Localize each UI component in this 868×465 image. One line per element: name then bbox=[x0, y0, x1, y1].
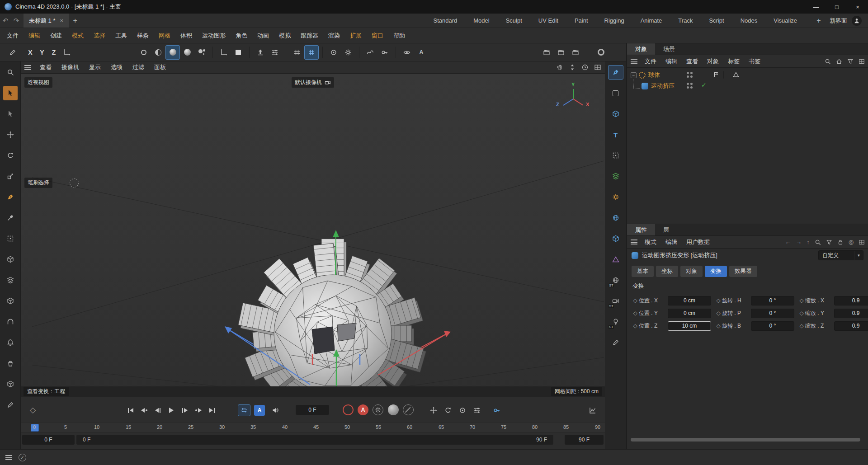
interactive-render-icon[interactable] bbox=[594, 45, 608, 60]
ring-tool-icon[interactable] bbox=[137, 45, 151, 60]
record-sphere-button[interactable] bbox=[388, 404, 399, 415]
vp-menu-panel[interactable]: 面板 bbox=[150, 63, 170, 71]
menu-character[interactable]: 角色 bbox=[231, 32, 252, 40]
keyframe-diamond-icon[interactable]: ◇ bbox=[632, 323, 639, 329]
prev-frame-button[interactable] bbox=[151, 404, 165, 416]
record-scale-button[interactable] bbox=[456, 404, 469, 416]
snap-settings-icon[interactable] bbox=[341, 45, 355, 60]
om-menu-icon[interactable] bbox=[631, 59, 637, 64]
am-menu-userdata[interactable]: 用户数据 bbox=[683, 238, 713, 246]
keyframe-interpolation-button[interactable] bbox=[490, 404, 504, 416]
phong-tag-icon[interactable] bbox=[733, 71, 739, 78]
vp-menu-filter[interactable]: 过滤 bbox=[128, 63, 148, 71]
menu-extensions[interactable]: 扩展 bbox=[345, 32, 367, 40]
om-menu-edit[interactable]: 编辑 bbox=[662, 57, 681, 66]
enabled-check-icon[interactable]: ✓ bbox=[701, 81, 707, 89]
track-select-tool[interactable] bbox=[3, 107, 18, 121]
maximize-button[interactable]: □ bbox=[826, 0, 847, 14]
deformer-icon[interactable] bbox=[608, 252, 623, 267]
om-menu-tags[interactable]: 标签 bbox=[724, 57, 743, 66]
tweak-icon[interactable] bbox=[608, 335, 623, 350]
tab-layers[interactable]: 层 bbox=[655, 224, 677, 235]
texture-mode-icon[interactable] bbox=[608, 107, 623, 121]
keyframe-diamond-icon[interactable]: ◇ bbox=[798, 310, 805, 316]
tab-effectors[interactable]: 效果器 bbox=[729, 266, 757, 277]
texture-tag-icon[interactable] bbox=[723, 71, 724, 78]
tab-attributes[interactable]: 属性 bbox=[627, 224, 655, 235]
workplane-icon[interactable] bbox=[231, 45, 245, 60]
position-y-input[interactable]: 0 cm bbox=[668, 309, 711, 318]
new-interface-label[interactable]: 新界面 bbox=[830, 17, 847, 25]
keyframe-settings-button[interactable] bbox=[373, 404, 383, 415]
keyframe-diamond-icon[interactable]: ◇ bbox=[632, 297, 639, 304]
am-menu-edit[interactable]: 编辑 bbox=[662, 238, 681, 246]
grid-snap-icon[interactable] bbox=[290, 45, 304, 60]
tab-transform[interactable]: 变换 bbox=[705, 266, 727, 277]
status-menu-icon[interactable] bbox=[5, 455, 12, 460]
extrude-tool-icon[interactable] bbox=[253, 45, 268, 60]
goto-end-button[interactable] bbox=[205, 404, 219, 416]
current-frame-field[interactable]: 0 F bbox=[296, 405, 329, 415]
goto-start-button[interactable] bbox=[124, 404, 137, 416]
keyframe-diamond-icon[interactable]: ◇ bbox=[632, 310, 639, 316]
menu-select[interactable]: 选择 bbox=[89, 32, 110, 40]
eyedropper-tool[interactable] bbox=[3, 211, 18, 225]
pan-hand-icon[interactable] bbox=[556, 64, 563, 71]
vp-menu-options[interactable]: 选项 bbox=[107, 63, 127, 71]
modeling-settings-icon[interactable] bbox=[268, 45, 282, 60]
loop-mode-button[interactable] bbox=[238, 404, 250, 416]
menu-mesh[interactable]: 网格 bbox=[154, 32, 175, 40]
display-tag-icon[interactable] bbox=[713, 71, 719, 78]
viewport-solo-icon[interactable] bbox=[608, 211, 623, 225]
om-menu-bookmarks[interactable]: 书签 bbox=[745, 57, 764, 66]
menu-animate[interactable]: 动画 bbox=[252, 32, 274, 40]
history-clock-icon[interactable] bbox=[581, 64, 589, 71]
layout-standard[interactable]: Standard bbox=[434, 17, 458, 24]
layout-rigging[interactable]: Rigging bbox=[604, 17, 624, 24]
keyframe-selection-button[interactable] bbox=[403, 404, 414, 415]
menu-tracker[interactable]: 跟踪器 bbox=[296, 32, 323, 40]
layout-sculpt[interactable]: Sculpt bbox=[506, 17, 522, 24]
range-end-field[interactable]: 90 F bbox=[565, 435, 604, 445]
autokey-object-button[interactable]: A bbox=[358, 404, 368, 415]
lock-z-axis-button[interactable]: Z bbox=[48, 47, 60, 58]
rotate-tool[interactable] bbox=[3, 148, 18, 163]
capsule-tool-icon[interactable] bbox=[151, 45, 165, 60]
am-search-icon[interactable] bbox=[815, 239, 821, 245]
om-search-icon[interactable] bbox=[825, 58, 831, 65]
make-editable-sphere-icon[interactable] bbox=[165, 45, 180, 60]
range-start-field[interactable]: 0 F bbox=[22, 435, 75, 445]
keyframe-diamond-icon[interactable]: ◇ bbox=[715, 297, 722, 304]
tab-close-icon[interactable]: × bbox=[60, 17, 64, 24]
menu-help[interactable]: 帮助 bbox=[388, 32, 410, 40]
stack-tool-icon[interactable] bbox=[3, 377, 18, 391]
menu-create[interactable]: 创建 bbox=[45, 32, 67, 40]
om-home-icon[interactable] bbox=[836, 58, 842, 65]
make-editable-icon[interactable] bbox=[608, 65, 623, 80]
user-avatar-icon[interactable] bbox=[852, 16, 862, 26]
dolly-icon[interactable] bbox=[569, 64, 576, 71]
orientation-gizmo[interactable]: Y Z X bbox=[555, 84, 591, 113]
tab-scene[interactable]: 场景 bbox=[655, 43, 683, 55]
menu-simulate[interactable]: 模拟 bbox=[274, 32, 296, 40]
am-up-icon[interactable]: ↑ bbox=[807, 239, 810, 245]
am-lock-icon[interactable] bbox=[837, 239, 844, 245]
camera-label[interactable]: 默认摄像机 bbox=[292, 77, 334, 88]
axis-edit-icon[interactable] bbox=[217, 45, 231, 60]
simulation-icon[interactable] bbox=[608, 190, 623, 204]
target-snap-icon[interactable] bbox=[326, 45, 341, 60]
layout-nodes[interactable]: Nodes bbox=[741, 17, 758, 24]
cluster-tool-icon[interactable] bbox=[194, 45, 209, 60]
marquee-tool[interactable] bbox=[3, 231, 18, 246]
cube-primitive-icon[interactable] bbox=[3, 252, 18, 267]
play-button[interactable] bbox=[165, 404, 178, 416]
timeline-ruler[interactable]: 0 5 10 15 20 25 30 35 40 45 50 55 60 65 … bbox=[21, 422, 605, 433]
tree-row-extrude[interactable]: 运动挤压 ✓ bbox=[627, 80, 868, 91]
search-icon[interactable] bbox=[3, 65, 18, 80]
vp-menu-camera[interactable]: 摄像机 bbox=[57, 63, 83, 71]
rotation-p-input[interactable]: 0 ° bbox=[751, 309, 794, 318]
record-parameter-button[interactable] bbox=[470, 404, 484, 416]
om-filter-icon[interactable] bbox=[847, 58, 854, 65]
undo-icon[interactable]: ↶ bbox=[0, 17, 11, 25]
spline-settings-icon[interactable] bbox=[377, 45, 392, 60]
